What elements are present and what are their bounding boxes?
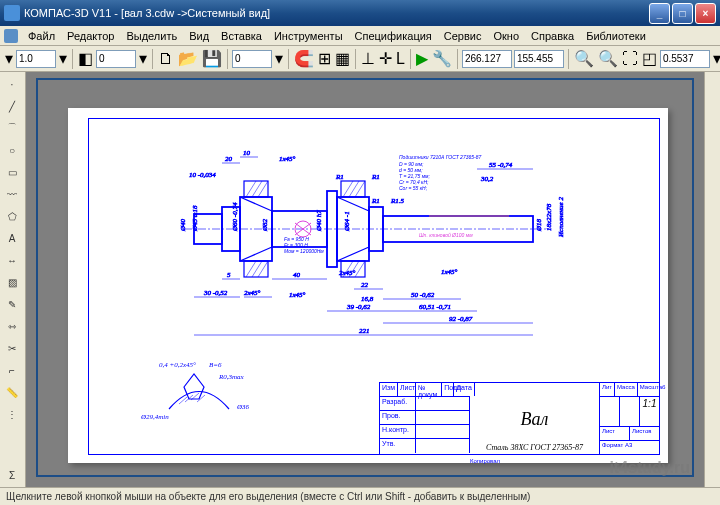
zoom-fit-icon[interactable]: ⛶ [621, 48, 639, 70]
point-tool-icon[interactable]: · [2, 74, 22, 94]
ucs-icon[interactable]: L [395, 48, 406, 70]
play-icon[interactable]: ▶ [415, 48, 429, 70]
part-title: Вал [470, 397, 600, 441]
new-icon[interactable]: 🗋 [157, 48, 175, 70]
x-coord-input[interactable] [462, 50, 512, 68]
style-input[interactable] [232, 50, 272, 68]
title-bar: КОМПАС-3D V11 - [вал 3.cdw ->Системный в… [0, 0, 720, 26]
dropdown-icon[interactable]: ▾ [4, 48, 14, 70]
menu-bar: Файл Редактор Выделить Вид Вставка Инстр… [0, 26, 720, 46]
material-spec: Сталь 38ХС ГОСТ 27365-87 [470, 440, 600, 454]
snap-icon[interactable]: ⊞ [317, 48, 332, 70]
svg-text:30 -0,52: 30 -0,52 [203, 289, 228, 297]
rect-tool-icon[interactable]: ▭ [2, 162, 22, 182]
line-tool-icon[interactable]: ╱ [2, 96, 22, 116]
status-text: Щелкните левой кнопкой мыши на объекте д… [6, 491, 530, 502]
y-coord-input[interactable] [514, 50, 564, 68]
svg-text:40: 40 [293, 271, 301, 279]
menu-window[interactable]: Окно [487, 28, 525, 44]
svg-line-13 [246, 181, 256, 197]
svg-text:Ø18: Ø18 [535, 218, 543, 232]
ortho-icon[interactable]: ⊥ [360, 48, 376, 70]
save-icon[interactable]: 💾 [201, 48, 223, 70]
vertical-scrollbar[interactable] [704, 72, 720, 487]
scale-input[interactable] [16, 50, 56, 68]
arc-tool-icon[interactable]: ⌒ [2, 118, 22, 138]
zoom-dropdown-icon[interactable]: ▾ [712, 48, 720, 70]
edit-tool-icon[interactable]: ✎ [2, 294, 22, 314]
svg-text:1x45°: 1x45° [279, 155, 296, 163]
svg-text:10: 10 [243, 149, 251, 157]
mirror-tool-icon[interactable]: ⇿ [2, 316, 22, 336]
svg-text:Ø45 æ18: Ø45 æ18 [191, 205, 199, 232]
menu-editor[interactable]: Редактор [61, 28, 120, 44]
zoom-input[interactable] [660, 50, 710, 68]
svg-text:R1: R1 [371, 197, 380, 205]
svg-text:Подшипники 7210А ГОСТ 27365-87: Подшипники 7210А ГОСТ 27365-87 [399, 154, 481, 160]
layer-toggle-icon[interactable]: ◧ [77, 48, 94, 70]
svg-text:22: 22 [361, 281, 369, 289]
menu-file[interactable]: Файл [22, 28, 61, 44]
svg-text:50 -0,62: 50 -0,62 [411, 291, 435, 299]
hatch-tool-icon[interactable]: ▨ [2, 272, 22, 292]
spline-tool-icon[interactable]: 〰 [2, 184, 22, 204]
svg-text:10 -0,034: 10 -0,034 [189, 171, 216, 179]
compact-panel-icon[interactable]: Σ [2, 465, 22, 485]
svg-text:92 -0,87: 92 -0,87 [449, 315, 473, 323]
style-dropdown-icon[interactable]: ▾ [274, 48, 284, 70]
svg-line-24 [355, 261, 365, 277]
fillet-tool-icon[interactable]: ⌐ [2, 360, 22, 380]
poly-tool-icon[interactable]: ⬠ [2, 206, 22, 226]
toolbar-1: ▾ ▾ ◧ ▾ 🗋 📂 💾 ▾ 🧲 ⊞ ▦ ⊥ ✛ L ▶ 🔧 🔍 🔍 ⛶ ◰ … [0, 46, 720, 72]
svg-text:Ø64 -1: Ø64 -1 [343, 211, 351, 232]
svg-text:R1: R1 [371, 173, 380, 181]
svg-text:16,8: 16,8 [361, 295, 374, 303]
svg-text:Ø40 h7: Ø40 h7 [315, 210, 323, 232]
menu-spec[interactable]: Спецификация [349, 28, 438, 44]
coord-icon[interactable]: ✛ [378, 48, 393, 70]
svg-line-15 [258, 181, 268, 197]
magnet-icon[interactable]: 🧲 [293, 48, 315, 70]
menu-libs[interactable]: Библиотеки [580, 28, 652, 44]
circle-tool-icon[interactable]: ○ [2, 140, 22, 160]
more-tool-icon[interactable]: ⋮ [2, 404, 22, 424]
svg-line-17 [252, 261, 262, 277]
menu-service[interactable]: Сервис [438, 28, 488, 44]
maximize-button[interactable]: □ [672, 3, 693, 24]
open-icon[interactable]: 📂 [177, 48, 199, 70]
svg-text:60,51 -0,71: 60,51 -0,71 [419, 303, 451, 311]
menu-select[interactable]: Выделить [120, 28, 183, 44]
scale-dropdown-icon[interactable]: ▾ [58, 48, 68, 70]
trim-tool-icon[interactable]: ✂ [2, 338, 22, 358]
dim-tool-icon[interactable]: ↔ [2, 250, 22, 270]
svg-text:R0,3max: R0,3max [218, 373, 245, 381]
svg-text:R1: R1 [335, 173, 344, 181]
text-tool-icon[interactable]: A [2, 228, 22, 248]
svg-text:Cor = 55 кН;: Cor = 55 кН; [399, 185, 428, 191]
layer-dropdown-icon[interactable]: ▾ [138, 48, 148, 70]
menu-help[interactable]: Справка [525, 28, 580, 44]
layer-input[interactable] [96, 50, 136, 68]
app-icon [4, 5, 20, 21]
svg-line-20 [349, 181, 359, 197]
svg-text:5: 5 [227, 271, 231, 279]
measure-tool-icon[interactable]: 📏 [2, 382, 22, 402]
svg-text:30,2: 30,2 [480, 175, 494, 183]
svg-text:Шп. клиновой Ø100 мм: Шп. клиновой Ø100 мм [419, 232, 473, 238]
zoom-out-icon[interactable]: 🔍 [597, 48, 619, 70]
drawing-canvas[interactable]: 221 92 -0,87 60,51 -0,71 50 -0,62 39 -0,… [38, 98, 692, 475]
zoom-in-icon[interactable]: 🔍 [573, 48, 595, 70]
svg-text:18x22x78: 18x22x78 [545, 203, 553, 231]
close-button[interactable]: × [695, 3, 716, 24]
grid-icon[interactable]: ▦ [334, 48, 351, 70]
zoom-window-icon[interactable]: ◰ [641, 48, 658, 70]
menu-tools[interactable]: Инструменты [268, 28, 349, 44]
props-icon[interactable]: 🔧 [431, 48, 453, 70]
minimize-button[interactable]: _ [649, 3, 670, 24]
svg-text:2x45°: 2x45° [244, 289, 261, 297]
svg-text:Ø82: Ø82 [261, 218, 269, 232]
menu-view[interactable]: Вид [183, 28, 215, 44]
svg-text:39 -0,62: 39 -0,62 [346, 303, 371, 311]
workspace[interactable]: 221 92 -0,87 60,51 -0,71 50 -0,62 39 -0,… [26, 72, 704, 487]
menu-insert[interactable]: Вставка [215, 28, 268, 44]
